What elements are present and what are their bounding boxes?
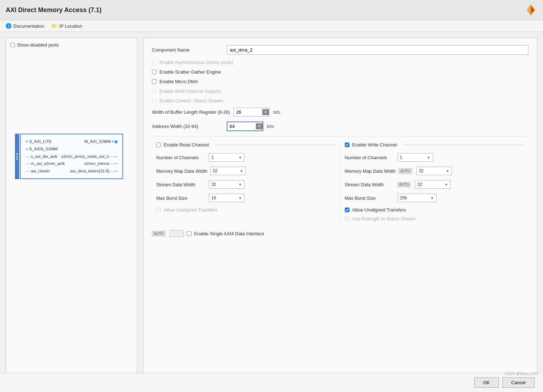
left-panel: Show disabled ports + S_AXI_LITE	[6, 38, 137, 376]
micro-dma-checkbox[interactable]	[152, 79, 157, 84]
write-auto-tag-sd: AUTO	[397, 182, 411, 187]
port-s-axi-lite: S_AXI_LITE	[29, 139, 52, 144]
ctrl-status-label: Enable Control / Status Stream	[159, 98, 223, 103]
read-stream-data-select[interactable]: 32 ▼	[209, 180, 244, 189]
port-row-2: + S_AXIS_S2MM	[26, 145, 117, 153]
cancel-button[interactable]: Cancel	[502, 377, 534, 388]
component-name-input[interactable]	[227, 45, 528, 55]
read-memory-map-label: Memory Map Data Width	[156, 168, 207, 174]
documentation-label: Documentation	[13, 23, 44, 29]
component-name-label: Component Name	[152, 47, 223, 53]
address-width-input-wrapper: ✕	[227, 122, 263, 131]
micro-dma-label: Enable Micro DMA	[159, 79, 198, 84]
read-memory-map-row: Memory Map Data Width 32 ▼	[156, 167, 336, 175]
read-memory-map-arrow: ▼	[240, 169, 243, 173]
write-memory-map-label: Memory Map Data Width	[345, 168, 396, 174]
main-content: Show disabled ports + S_AXI_LITE	[0, 32, 543, 381]
show-disabled-row: Show disabled ports	[10, 42, 133, 48]
read-stream-data-row: Stream Data Width 32 ▼	[156, 180, 336, 189]
async-clocks-label: Enable Asynchronous Clocks (Auto)	[159, 60, 233, 65]
write-memory-map-select[interactable]: 32 ▼	[416, 167, 452, 175]
write-stream-data-arrow: ▼	[444, 183, 448, 187]
watermark: CSDN @Mulun_2nd	[505, 372, 537, 376]
address-width-clear-btn[interactable]: ✕	[256, 123, 263, 129]
read-stream-data-value: 32	[211, 182, 216, 187]
read-max-burst-arrow: ▼	[238, 196, 242, 200]
write-channel-header: Enable Write Channel	[345, 142, 524, 147]
read-allow-unaligned-row: Allow Unaligned Transfers	[156, 207, 336, 213]
scatter-gather-label: Enable Scatter Gather Engine	[159, 69, 221, 75]
documentation-nav[interactable]: i Documentation	[6, 23, 44, 29]
read-stream-data-label: Stream Data Width	[156, 182, 206, 187]
write-channel-checkbox[interactable]	[345, 143, 349, 147]
port-row-4: — m_axi_s2mm_aclk s2mm_introut —	[26, 160, 117, 167]
buffer-length-row: Width of Buffer Length Register (8-26) ✕…	[152, 108, 528, 117]
write-num-channels-label: Number of Channels	[345, 155, 395, 160]
write-stream-data-row: Stream Data Width AUTO 32 ▼	[345, 180, 524, 189]
read-max-burst-select[interactable]: 16 ▼	[209, 194, 244, 202]
read-num-channels-value: 1	[211, 155, 214, 160]
address-width-label: Address Width (32-64)	[152, 124, 223, 129]
read-channel-header: Enable Read Channel	[156, 142, 336, 147]
folder-icon: 📁	[51, 23, 57, 29]
ctrl-status-row: Enable Control / Status Stream	[152, 98, 528, 103]
buffer-length-clear-btn[interactable]: ✕	[262, 109, 269, 115]
show-disabled-checkbox[interactable]	[10, 43, 15, 47]
read-channel-col: Enable Read Channel Number of Channels 1…	[152, 142, 341, 221]
port-plus-icon: +	[26, 139, 28, 144]
read-memory-map-value: 32	[213, 168, 217, 173]
ip-location-label: IP Location	[59, 23, 82, 29]
write-max-burst-select[interactable]: 256 ▼	[397, 194, 437, 202]
read-channel-checkbox[interactable]	[156, 143, 161, 147]
read-memory-map-select[interactable]: 32 ▼	[210, 167, 246, 175]
read-max-burst-label: Max Burst Size	[156, 195, 206, 201]
port-row-5: — axi_resetn axi_dma_tstvec[31:0] —	[26, 167, 117, 175]
scatter-gather-row: Enable Scatter Gather Engine	[152, 69, 528, 75]
port-s2mm-reset-label: s2mm_prmry_reset_out_n	[61, 153, 109, 160]
port-minus-icon4: —	[26, 161, 30, 166]
scatter-gather-checkbox[interactable]	[152, 70, 157, 74]
write-max-burst-arrow: ▼	[431, 196, 434, 200]
port-dot-right	[115, 140, 117, 143]
read-num-channels-label: Number of Channels	[156, 155, 206, 160]
write-use-rxlength-checkbox	[345, 216, 349, 221]
port-minus-icon5: —	[26, 169, 30, 173]
port-line-right5	[115, 171, 117, 171]
port-plus-icon-r: +	[111, 138, 114, 145]
address-width-unit: bits	[267, 124, 274, 129]
buffer-length-label: Width of Buffer Length Register (8-26)	[152, 109, 230, 115]
write-auto-tag-mm: AUTO	[399, 168, 412, 174]
sidebar-dot	[16, 153, 18, 155]
component-name-row: Component Name	[152, 45, 528, 55]
buffer-length-input-wrapper: ✕	[233, 108, 269, 117]
right-panel: Component Name Enable Asynchronous Clock…	[143, 38, 537, 376]
write-allow-unaligned-checkbox[interactable]	[345, 208, 349, 212]
single-axi4-label: Enable Single AXI4 Data Interface	[194, 231, 264, 236]
read-channel-label: Enable Read Channel	[164, 142, 209, 147]
ok-button[interactable]: OK	[474, 377, 499, 388]
read-num-channels-arrow: ▼	[238, 156, 242, 160]
channels-section: Enable Read Channel Number of Channels 1…	[152, 136, 528, 221]
address-width-input[interactable]	[227, 122, 256, 130]
buffer-length-input[interactable]	[234, 108, 262, 116]
multi-channel-row: Enable Multi Channel Support	[152, 88, 528, 94]
async-clocks-row: Enable Asynchronous Clocks (Auto)	[152, 60, 528, 65]
nav-bar: i Documentation 📁 IP Location	[0, 20, 543, 32]
write-num-channels-select[interactable]: 1 ▼	[397, 153, 433, 162]
single-axi4-checkbox[interactable]	[187, 231, 191, 236]
write-num-channels-value: 1	[400, 155, 402, 160]
port-line-right4	[115, 163, 117, 164]
write-memory-map-arrow: ▼	[446, 169, 449, 173]
port-s-axi-lite-aclk: s_axi_lite_aclk	[31, 154, 58, 159]
port-row-1: + S_AXI_LITE M_AXI_S2MM +	[26, 138, 117, 145]
write-allow-unaligned-row: Allow Unaligned Transfers	[345, 207, 524, 213]
buffer-length-unit: bits	[273, 109, 280, 115]
write-use-rxlength-row: Use Rxlength In Status Stream	[345, 216, 524, 221]
read-num-channels-select[interactable]: 1 ▼	[209, 153, 244, 162]
ip-location-nav[interactable]: 📁 IP Location	[51, 23, 82, 29]
write-memory-map-row: Memory Map Data Width AUTO 32 ▼	[345, 167, 524, 175]
read-allow-unaligned-label: Allow Unaligned Transfers	[164, 207, 217, 213]
write-stream-data-select[interactable]: 32 ▼	[415, 180, 450, 189]
write-channel-divider	[403, 145, 524, 145]
read-stream-data-arrow: ▼	[238, 183, 242, 187]
